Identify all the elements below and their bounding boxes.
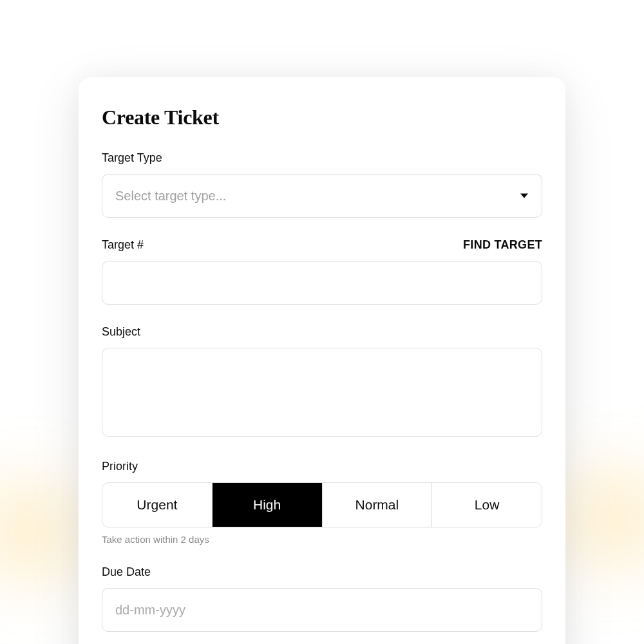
priority-helper-text: Take action within 2 days	[102, 534, 542, 545]
priority-option-high[interactable]: High	[213, 483, 323, 527]
find-target-button[interactable]: FIND TARGET	[463, 238, 542, 252]
target-type-label: Target Type	[102, 151, 162, 165]
page-title: Create Ticket	[102, 106, 542, 129]
subject-label: Subject	[102, 325, 140, 339]
target-number-label: Target #	[102, 238, 144, 252]
subject-input[interactable]	[102, 348, 542, 437]
field-subject: Subject	[102, 325, 542, 439]
due-date-input[interactable]: dd-mm-yyyy	[102, 588, 542, 632]
due-date-label: Due Date	[102, 565, 151, 579]
field-due-date: Due Date dd-mm-yyyy	[102, 565, 542, 632]
field-target-type: Target Type Select target type...	[102, 151, 542, 218]
priority-group: Urgent High Normal Low	[102, 482, 542, 527]
field-priority: Priority Urgent High Normal Low Take act…	[102, 460, 542, 545]
field-target-number: Target # FIND TARGET	[102, 238, 542, 305]
create-ticket-card: Create Ticket Target Type Select target …	[79, 77, 565, 644]
priority-option-normal[interactable]: Normal	[323, 483, 433, 527]
priority-option-low[interactable]: Low	[432, 483, 542, 527]
target-number-input[interactable]	[102, 261, 542, 305]
priority-option-urgent[interactable]: Urgent	[102, 483, 213, 527]
target-type-select[interactable]: Select target type...	[102, 174, 542, 218]
priority-label: Priority	[102, 460, 138, 473]
